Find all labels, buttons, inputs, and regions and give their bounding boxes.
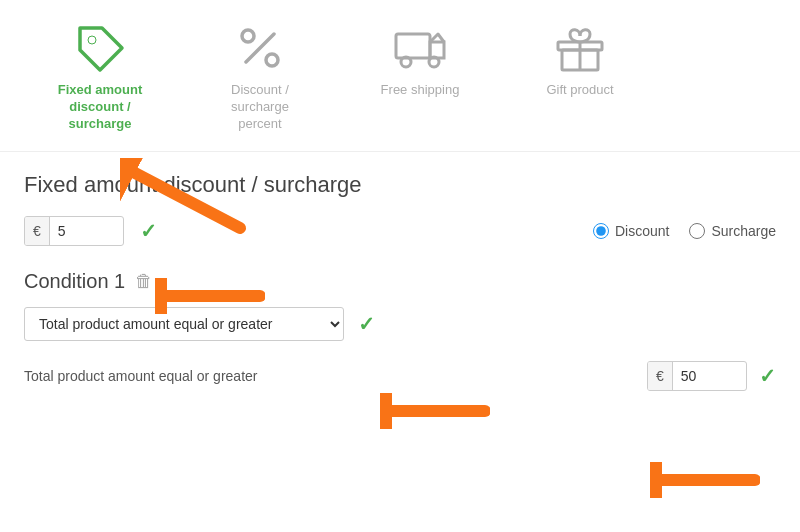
section-title: Fixed amount discount / surcharge xyxy=(24,172,776,198)
amount-check-icon: ✓ xyxy=(140,219,157,243)
svg-line-1 xyxy=(246,34,274,62)
total-check-icon: ✓ xyxy=(759,364,776,388)
select-row: Total product amount equal or greater To… xyxy=(24,307,776,341)
radio-discount-label[interactable]: Discount xyxy=(593,223,669,239)
total-input[interactable] xyxy=(673,362,733,390)
icon-label-discount-percent: Discount / surcharge percent xyxy=(231,82,289,133)
radio-surcharge-label[interactable]: Surcharge xyxy=(689,223,776,239)
condition-title: Condition 1 xyxy=(24,270,125,293)
total-row: Total product amount equal or greater € … xyxy=(24,361,776,391)
svg-point-3 xyxy=(266,54,278,66)
icon-label-gift-product: Gift product xyxy=(546,82,613,99)
icon-item-fixed-amount[interactable]: Fixed amount discount / surcharge xyxy=(20,12,180,141)
radio-discount[interactable] xyxy=(593,223,609,239)
total-euro-prefix: € xyxy=(648,362,673,390)
total-input-group: € ✓ xyxy=(647,361,776,391)
condition-header: Condition 1 🗑 xyxy=(24,270,776,293)
icon-label-fixed-amount: Fixed amount discount / surcharge xyxy=(58,82,143,133)
trash-icon[interactable]: 🗑 xyxy=(135,271,153,292)
radio-discount-text: Discount xyxy=(615,223,669,239)
svg-point-0 xyxy=(88,36,96,44)
select-check-icon: ✓ xyxy=(358,312,375,336)
euro-prefix: € xyxy=(25,217,50,245)
svg-point-6 xyxy=(429,57,439,67)
icon-label-free-shipping: Free shipping xyxy=(381,82,460,99)
icon-item-free-shipping[interactable]: Free shipping xyxy=(340,12,500,107)
condition-select[interactable]: Total product amount equal or greater To… xyxy=(24,307,344,341)
icon-item-discount-percent[interactable]: Discount / surcharge percent xyxy=(180,12,340,141)
svg-point-2 xyxy=(242,30,254,42)
arrow-icon-4 xyxy=(650,462,760,498)
amount-row: € ✓ Discount Surcharge xyxy=(24,216,776,246)
radio-surcharge[interactable] xyxy=(689,223,705,239)
amount-input[interactable] xyxy=(50,217,110,245)
total-label: Total product amount equal or greater xyxy=(24,368,631,384)
amount-input-wrapper: € xyxy=(24,216,124,246)
radio-group: Discount Surcharge xyxy=(593,223,776,239)
svg-point-5 xyxy=(401,57,411,67)
radio-surcharge-text: Surcharge xyxy=(711,223,776,239)
icon-item-gift-product[interactable]: Gift product xyxy=(500,12,660,107)
svg-rect-4 xyxy=(396,34,430,58)
main-content: Fixed amount discount / surcharge € ✓ Di… xyxy=(0,152,800,411)
icon-bar: Fixed amount discount / surcharge Discou… xyxy=(0,0,800,152)
total-input-wrapper: € xyxy=(647,361,747,391)
